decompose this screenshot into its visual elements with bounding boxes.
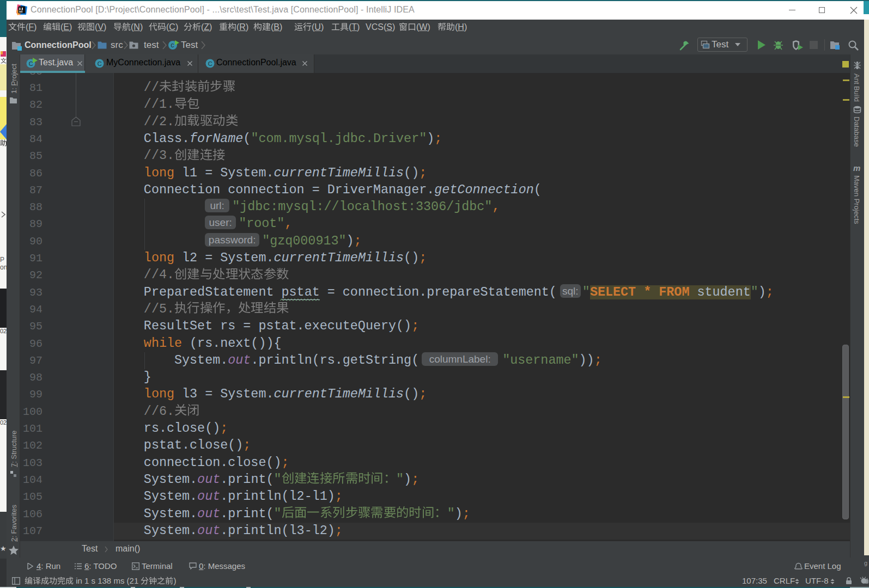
svg-text:C: C [208,60,212,67]
svg-text:C: C [98,60,102,67]
svg-text:C: C [29,60,33,67]
svg-text:C: C [171,42,174,49]
